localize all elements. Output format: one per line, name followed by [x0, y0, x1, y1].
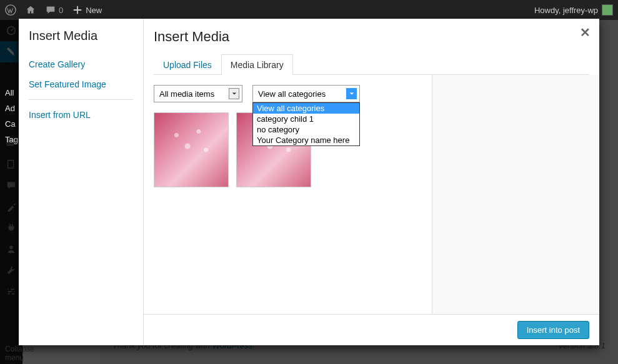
insert-into-post-button[interactable]: Insert into post	[517, 321, 589, 339]
media-tabs: Upload Files Media Library	[154, 54, 589, 75]
close-icon[interactable]: ✕	[580, 25, 591, 40]
modal-title: Insert Media	[154, 29, 589, 45]
category-dropdown: View all categories category child 1 no …	[252, 102, 360, 146]
media-main: Insert Media Upload Files Media Library …	[144, 19, 599, 345]
category-option[interactable]: View all categories	[253, 103, 359, 114]
comments-link[interactable]: 0	[45, 4, 63, 16]
avatar	[602, 4, 613, 16]
separator	[29, 99, 133, 100]
home-icon[interactable]	[25, 4, 36, 16]
chevron-down-icon	[346, 88, 357, 99]
howdy-text: Howdy, jeffrey-wp	[534, 6, 598, 15]
set-featured-link[interactable]: Set Featured Image	[29, 74, 133, 94]
howdy-account[interactable]: Howdy, jeffrey-wp	[534, 4, 613, 16]
plus-icon	[72, 4, 83, 16]
media-thumbnail[interactable]	[154, 112, 229, 187]
new-link[interactable]: New	[72, 4, 102, 16]
comment-count: 0	[59, 6, 63, 15]
admin-bar: 0 New Howdy, jeffrey-wp	[0, 0, 618, 20]
media-type-value: All media items	[159, 89, 214, 99]
comment-icon	[45, 4, 56, 16]
media-modal: ✕ Insert Media Create Gallery Set Featur…	[19, 19, 599, 345]
category-filter[interactable]: View all categories View all categories …	[252, 85, 360, 102]
create-gallery-link[interactable]: Create Gallery	[29, 54, 133, 74]
media-browser: All media items View all categories	[144, 75, 432, 314]
new-label: New	[86, 6, 102, 15]
category-option[interactable]: category child 1	[253, 114, 359, 124]
chevron-down-icon	[229, 88, 239, 99]
media-detail-panel	[432, 75, 599, 314]
svg-point-0	[6, 5, 16, 15]
tab-upload[interactable]: Upload Files	[154, 54, 221, 75]
tab-library[interactable]: Media Library	[221, 54, 293, 75]
category-value: View all categories	[258, 89, 326, 99]
category-option[interactable]: Your Category name here	[253, 135, 359, 145]
wordpress-logo-icon[interactable]	[5, 4, 16, 16]
media-type-filter[interactable]: All media items	[154, 85, 242, 102]
category-option[interactable]: no category	[253, 124, 359, 135]
sidebar-title: Insert Media	[29, 29, 133, 43]
media-toolbar: Insert into post	[144, 314, 599, 345]
insert-url-link[interactable]: Insert from URL	[29, 105, 133, 125]
media-sidebar: Insert Media Create Gallery Set Featured…	[19, 19, 144, 345]
sidebar-peek: All Ad Ca Tag	[5, 88, 18, 144]
